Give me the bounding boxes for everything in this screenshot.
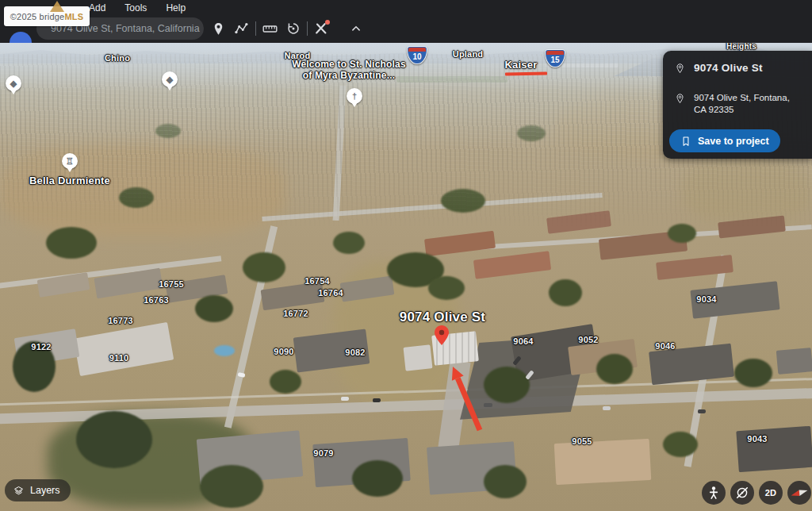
top-bar: Add Tools Help 9074 Olive St, Fontana, C… [0,0,812,43]
ruler-icon [262,21,278,37]
poi-tail [351,102,358,107]
poi-tail [67,167,73,172]
parcel-number-label: 9090 [274,347,293,356]
map-label-upland[interactable]: Upland [453,49,483,59]
poi-tail [10,90,17,94]
poi-tail [167,86,173,90]
tilt-reset-button[interactable] [730,481,754,505]
mls-watermark: ©2025 bridgeMLS [4,6,90,26]
place-pin-icon [674,63,686,75]
parcel-number-label: 9034 [696,294,716,304]
interstate-15-shield: 15 [545,49,565,67]
parcel-number-label: 9046 [655,341,675,351]
parcel-number-label: 16772 [283,309,308,318]
poi-church-icon[interactable]: † [347,88,362,104]
map-label-bella-durmiente[interactable]: Bella Durmiente [29,175,110,186]
poi-glyph: † [352,92,357,101]
shield-number: 15 [546,56,565,64]
place-address: 9074 Olive St, Fontana, CA 92335 [694,92,804,116]
2d-mode-button[interactable]: 2D [759,481,783,505]
shield-red-band [408,48,426,52]
target-map-pin[interactable] [435,325,449,345]
measure-button[interactable] [258,17,282,40]
parcel-number-label: 9110 [109,353,129,363]
map-label-heights[interactable]: Heights [726,43,756,51]
menu-add[interactable]: Add [89,2,105,13]
drawing-tools-button[interactable] [309,17,333,40]
compass-button[interactable] [787,481,811,505]
parcel-number-label: 9079 [313,448,333,458]
address-pin-icon [674,93,686,105]
save-to-project-button[interactable]: Save to project [669,129,780,152]
interstate-10-shield: 10 [407,46,427,64]
parcel-number-label: 16754 [304,276,330,286]
parcel-number-label: 16764 [318,288,343,298]
add-placemark-button[interactable] [206,17,230,40]
parcel-number-label: 9052 [578,335,598,344]
map-label-chino[interactable]: Chino [105,53,130,63]
earth-logo[interactable] [10,32,32,43]
place-address-row: 9074 Olive St, Fontana, CA 92335 [674,92,804,116]
toolbar [206,17,368,40]
pegman-icon [706,485,722,501]
collapse-toolbar-button[interactable] [344,17,368,40]
layers-icon [13,485,25,497]
parcel-number-label: 16773 [108,316,133,325]
parcel-number-label: 9122 [31,342,51,352]
shield-red-band [546,51,564,55]
place-title: 9074 Olive St [694,62,763,74]
parcel-number-label: 9043 [747,434,767,444]
poi-landmark-icon[interactable]: ♖ [62,153,78,169]
notification-dot [325,20,330,25]
placemark-icon [211,21,226,36]
orbit-icon [285,21,301,36]
toolbar-divider [255,21,256,36]
parcel-number-label: 16755 [159,279,184,289]
google-earth-window: Add Tools Help 9074 Olive St, Fontana, C… [0,0,812,511]
compass-needle-icon [787,481,812,505]
poi-school-icon[interactable]: ◆ [162,71,178,87]
menu-tools[interactable]: Tools [124,2,147,13]
poi-glyph: ◆ [10,79,17,88]
target-address-label[interactable]: 9074 Olive St [400,309,485,325]
menu-bar: Add Tools Help [89,0,186,15]
bookmark-icon [680,136,691,147]
path-icon [234,21,250,36]
parcel-number-label: 16763 [144,295,169,305]
street-view-button[interactable] [702,481,726,505]
poi-glyph: ♖ [66,157,74,166]
place-title-row: 9074 Olive St [674,62,804,75]
layers-button[interactable]: Layers [5,479,71,501]
shield-number: 10 [408,52,427,61]
map-label-kaiser[interactable]: Kaiser [505,59,538,71]
compass-off-icon [734,485,750,501]
historical-imagery-button[interactable] [282,17,305,40]
2d-label: 2D [765,488,777,498]
toolbar-divider [307,21,308,36]
poi-glyph: ◆ [167,75,173,84]
kaiser-underline-annotation [505,72,547,76]
mls-logo-triangle [50,1,64,12]
map-label-welcome-st-nicholas[interactable]: Welcome to St. Nicholas of Myra Byzantin… [292,59,406,81]
parcel-number-label: 9082 [345,348,365,357]
watermark-text: ©2025 bridgeMLS [10,12,83,21]
parcel-number-label: 9055 [572,436,592,446]
menu-help[interactable]: Help [166,2,186,13]
parcel-number-label: 9064 [513,336,533,346]
add-path-button[interactable] [230,17,254,40]
place-info-panel: 9074 Olive St 9074 Olive St, Fontana, CA… [663,51,812,159]
poi-school-icon[interactable]: ◆ [6,75,21,91]
chevron-up-icon [349,21,363,36]
layers-label: Layers [30,485,60,496]
